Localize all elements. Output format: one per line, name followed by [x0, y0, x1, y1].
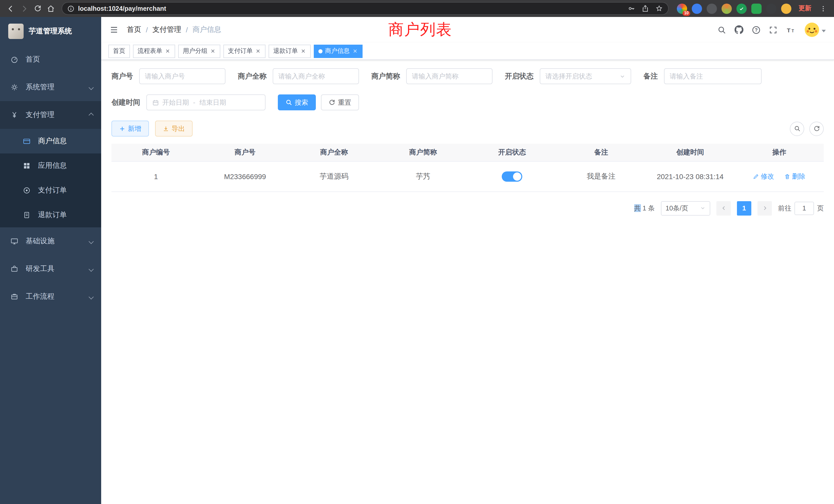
delete-button[interactable]: 删除	[785, 172, 806, 181]
status-select[interactable]: 请选择开启状态	[540, 68, 631, 84]
edit-button[interactable]: 修改	[753, 172, 774, 181]
search-button[interactable]: 搜索	[278, 94, 316, 110]
sidebar-item-app-info[interactable]: 应用信息	[0, 154, 101, 178]
home-icon	[47, 4, 55, 13]
close-icon[interactable]	[255, 48, 261, 54]
export-button[interactable]: 导出	[155, 121, 193, 137]
tab-refund-orders[interactable]: 退款订单	[269, 44, 311, 58]
sidebar-item-system[interactable]: 系统管理	[0, 73, 101, 101]
sidebar-item-merchant-info[interactable]: 商户信息	[0, 129, 101, 154]
refresh-table-button[interactable]	[809, 121, 824, 136]
font-size-icon: TT	[786, 25, 796, 34]
close-icon[interactable]	[165, 48, 171, 54]
close-icon[interactable]	[301, 48, 306, 54]
add-button[interactable]: 新增	[111, 121, 149, 137]
sidebar-item-home[interactable]: 首页	[0, 46, 101, 73]
tab-label: 退款订单	[273, 47, 298, 55]
refresh-icon	[813, 125, 820, 132]
sidebar-item-pay-orders[interactable]: 支付订单	[0, 178, 101, 203]
chevron-left-icon	[721, 205, 726, 211]
browser-menu-button[interactable]	[816, 2, 830, 15]
status-toggle[interactable]	[502, 171, 522, 181]
tab-merchant-info[interactable]: 商户信息	[314, 44, 363, 58]
pagination-total: 共 1 条	[634, 204, 655, 213]
close-icon[interactable]	[210, 48, 216, 54]
help-button[interactable]: ?	[752, 25, 761, 34]
sidebar-item-infrastructure[interactable]: 基础设施	[0, 227, 101, 255]
tab-user-group[interactable]: 用户分组	[178, 44, 220, 58]
tab-home[interactable]: 首页	[108, 44, 130, 58]
url-text[interactable]: localhost:1024/pay/merchant	[78, 5, 623, 12]
remark-input[interactable]	[664, 68, 762, 84]
tab-process-form[interactable]: 流程表单	[133, 44, 175, 58]
reset-button-label: 重置	[338, 98, 351, 107]
chevron-down-icon	[89, 294, 94, 299]
address-bar[interactable]: localhost:1024/pay/merchant	[62, 2, 668, 15]
extension-icon[interactable]	[751, 3, 762, 14]
next-page-button[interactable]	[758, 201, 772, 215]
page-size-select[interactable]: 10条/页	[661, 201, 710, 215]
key-icon[interactable]	[628, 5, 635, 12]
close-icon[interactable]	[352, 48, 358, 54]
profile-avatar-icon[interactable]	[781, 3, 791, 14]
chevron-down-icon	[89, 266, 94, 272]
share-icon[interactable]	[641, 5, 649, 12]
header-search-button[interactable]	[718, 25, 726, 34]
github-link-button[interactable]	[734, 25, 744, 35]
create-time-label: 创建时间	[111, 98, 140, 107]
browser-chrome: localhost:1024/pay/merchant 10 更新	[0, 0, 834, 17]
breadcrumb-item-payment[interactable]: 支付管理	[153, 25, 181, 35]
extension-icon[interactable]	[707, 3, 717, 14]
full-name-input[interactable]	[273, 68, 359, 84]
col-header: 创建时间	[646, 144, 735, 161]
forward-button[interactable]	[18, 2, 31, 15]
goto-page-input[interactable]	[794, 202, 814, 215]
toggle-search-button[interactable]	[790, 121, 804, 136]
page-number-button[interactable]: 1	[737, 201, 751, 215]
col-header: 商户编号	[111, 144, 200, 161]
breadcrumb-item-home[interactable]: 首页	[127, 25, 141, 35]
payment-submenu: 商户信息 应用信息 支付订单 退款订单	[0, 129, 101, 227]
tab-pay-orders[interactable]: 支付订单	[223, 44, 265, 58]
user-avatar-menu[interactable]	[804, 22, 826, 38]
fullscreen-button[interactable]	[769, 25, 777, 34]
bookmark-star-icon[interactable]	[655, 5, 663, 12]
briefcase-icon	[10, 293, 19, 301]
extension-icon[interactable]: 10	[677, 3, 687, 14]
prev-page-button[interactable]	[717, 201, 731, 215]
home-button[interactable]	[44, 2, 58, 15]
tab-label: 商户信息	[325, 47, 350, 55]
app-logo: 芋道管理系统	[0, 17, 101, 46]
toolbox-icon	[10, 265, 19, 273]
cell-full-name: 芋道源码	[290, 161, 379, 191]
sidebar-item-label: 工作流程	[26, 292, 54, 301]
breadcrumb-separator: /	[146, 26, 148, 34]
merchant-no-input[interactable]	[139, 68, 225, 84]
kebab-menu-icon	[820, 5, 827, 12]
sidebar-item-workflow[interactable]: 工作流程	[0, 283, 101, 311]
sidebar: 芋道管理系统 首页 系统管理 支付管理 商户信息	[0, 17, 101, 504]
tab-label: 支付订单	[228, 47, 253, 55]
pinned-extension-icon[interactable]	[766, 3, 776, 14]
extension-icon[interactable]	[692, 3, 702, 14]
extension-icon[interactable]	[737, 3, 747, 14]
svg-text:T: T	[787, 27, 790, 33]
delete-button-label: 删除	[792, 172, 806, 181]
short-name-input[interactable]	[406, 68, 492, 84]
back-button[interactable]	[4, 2, 18, 15]
sidebar-item-payment[interactable]: 支付管理	[0, 101, 101, 129]
reset-button[interactable]: 重置	[321, 94, 359, 110]
sidebar-item-label: 研发工具	[26, 264, 54, 274]
info-icon[interactable]	[67, 5, 74, 12]
create-time-range-picker[interactable]: 开始日期 - 结束日期	[146, 94, 265, 110]
sidebar-item-dev-tools[interactable]: 研发工具	[0, 255, 101, 283]
extension-icon[interactable]	[722, 3, 732, 14]
chevron-up-icon	[89, 112, 94, 117]
reload-button[interactable]	[31, 2, 44, 15]
back-icon	[7, 4, 15, 13]
font-size-button[interactable]: TT	[786, 25, 796, 34]
update-button[interactable]: 更新	[798, 4, 811, 13]
sidebar-item-refund-orders[interactable]: 退款订单	[0, 203, 101, 227]
merchant-table: 商户编号 商户号 商户全称 商户简称 开启状态 备注 创建时间 操作 1	[111, 144, 824, 192]
collapse-sidebar-button[interactable]	[109, 26, 118, 34]
